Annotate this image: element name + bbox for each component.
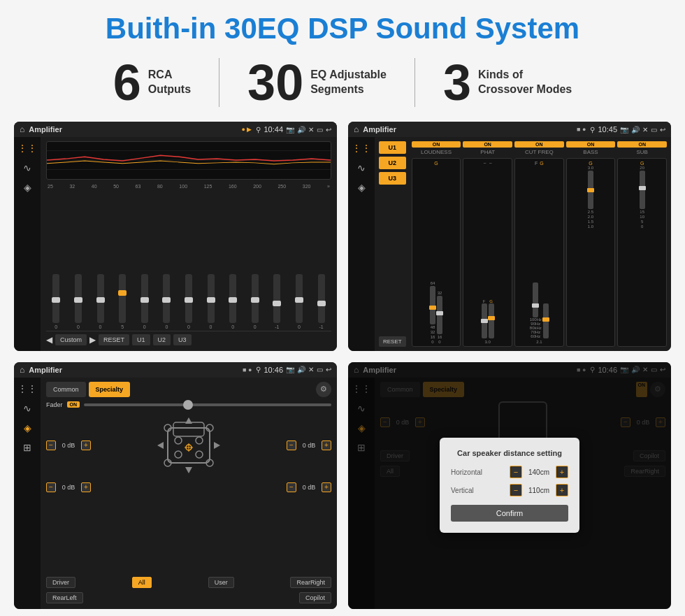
db-minus-fr[interactable]: −	[287, 440, 296, 450]
speaker-sidebar-icon-4[interactable]: ⊞	[23, 442, 31, 453]
svg-marker-19	[214, 442, 220, 449]
crossover-sidebar-icon-3[interactable]: ◈	[358, 182, 366, 193]
eq-sidebar-icon-3[interactable]: ◈	[24, 182, 31, 193]
bass-panel: G 3.0 2.5 2.0 1.5	[566, 158, 616, 346]
fader-track[interactable]	[84, 403, 331, 406]
page-wrapper: Buith-in 30EQ DSP Sound System 6 RCA Out…	[0, 0, 685, 616]
db-minus-rr[interactable]: −	[287, 482, 296, 492]
eq-custom-btn[interactable]: Custom	[55, 334, 87, 345]
cutfreq-label: CUT FREQ	[514, 149, 564, 155]
loudness-panel: G 64 48 32	[412, 158, 461, 346]
db-plus-rl[interactable]: +	[81, 482, 91, 492]
specialty-tab[interactable]: Specialty	[89, 382, 131, 397]
phat-on: ON	[463, 141, 512, 148]
speaker-screen-content: ⋮⋮ ∿ ◈ ⊞ Common Specialty ⚙ Fader ON	[14, 378, 337, 609]
stat-rca: 6 RCA Outputs	[85, 57, 219, 108]
home-icon[interactable]: ⌂	[20, 124, 24, 134]
eq-reset-btn[interactable]: RESET	[99, 334, 129, 345]
svg-point-8	[196, 451, 203, 458]
crossover-sidebar-icon-2[interactable]: ∿	[357, 162, 366, 173]
db-control-fl: − 0 dB +	[46, 440, 91, 450]
eq-time: 10:44	[264, 125, 283, 134]
volume-icon-3: 🔊	[297, 366, 305, 373]
distance-screen: ⌂ Amplifier ■ ● ⚲ 10:46 📷 🔊 ✕ ▭ ↩ ⋮⋮ ∿ ◈	[348, 362, 671, 609]
eq-prev-btn[interactable]: ◀	[46, 335, 52, 345]
speaker-sidebar-icon-2[interactable]: ∿	[23, 403, 31, 414]
stat-number-rca: 6	[113, 57, 141, 108]
common-tab[interactable]: Common	[46, 382, 86, 397]
speaker-middle-row: − 0 dB + − 0 dB +	[46, 482, 331, 492]
phat-sliders: F G	[482, 166, 494, 338]
settings-icon-btn[interactable]: ⚙	[316, 382, 331, 397]
confirm-button[interactable]: Confirm	[451, 505, 568, 522]
eq-slider-5: 0	[141, 274, 148, 329]
eq-u2-btn[interactable]: U2	[153, 334, 171, 345]
eq-bottom-bar: ◀ Custom ▶ RESET U1 U2 U3	[46, 331, 331, 347]
u3-button[interactable]: U3	[379, 172, 406, 185]
copilot-btn[interactable]: Copilot	[299, 592, 331, 603]
eq-sidebar-icon-2[interactable]: ∿	[23, 162, 31, 173]
u1-button[interactable]: U1	[379, 141, 406, 154]
eq-slider-1: 0	[52, 274, 59, 329]
eq-sidebar: ⋮⋮ ∿ ◈	[14, 137, 41, 350]
distance-dialog: Car speaker distance setting Horizontal …	[440, 438, 579, 533]
db-value-rr: 0 dB	[298, 484, 319, 491]
cutfreq-panel: F G 100Hz	[514, 158, 564, 346]
db-minus-rl[interactable]: −	[46, 482, 56, 492]
db-value-rl: 0 dB	[58, 484, 79, 491]
panel-loudness: ON LOUDNESS	[412, 141, 461, 155]
crossover-sidebar-icon-1[interactable]: ⋮⋮	[352, 143, 371, 154]
horizontal-value: 140cm	[525, 468, 553, 476]
vertical-minus-btn[interactable]: −	[510, 484, 522, 496]
eq-slider-6: 0	[163, 274, 170, 329]
fader-label: Fader	[46, 401, 63, 408]
all-btn[interactable]: All	[132, 577, 152, 588]
u2-button[interactable]: U2	[379, 157, 406, 169]
location-icon: ⚲	[256, 126, 261, 134]
u-buttons: U1 U2 U3 RESET	[379, 141, 406, 346]
eq-u1-btn[interactable]: U1	[132, 334, 150, 345]
db-plus-rr[interactable]: +	[322, 482, 331, 492]
stat-crossover: 3 Kinds of Crossover Modes	[415, 57, 600, 108]
location-icon-2: ⚲	[590, 126, 595, 134]
stat-label-crossover: Kinds of Crossover Modes	[478, 68, 572, 97]
close-icon: ✕	[308, 126, 314, 134]
fader-row: Fader ON	[46, 401, 331, 408]
eq-screen: ⌂ Amplifier ● ▶ ⚲ 10:44 📷 🔊 ✕ ▭ ↩ ⋮⋮ ∿ ◈	[14, 122, 337, 350]
crossover-screen: ⌂ Amplifier ■ ● ⚲ 10:45 📷 🔊 ✕ ▭ ↩ ⋮⋮ ∿ ◈	[348, 122, 671, 350]
db-minus-fl[interactable]: −	[46, 440, 56, 450]
driver-btn[interactable]: Driver	[46, 577, 75, 588]
horizontal-plus-btn[interactable]: +	[556, 466, 568, 478]
fader-handle[interactable]	[183, 400, 193, 410]
eq-play-btn[interactable]: ▶	[89, 335, 96, 345]
svg-point-6	[196, 437, 203, 444]
speaker-sidebar: ⋮⋮ ∿ ◈ ⊞	[14, 378, 41, 609]
db-control-fr: − 0 dB +	[287, 440, 331, 450]
horizontal-row: Horizontal − 140cm +	[451, 466, 568, 478]
sub-panel: G 20 15 10 5 0	[617, 158, 667, 346]
rearleft-btn[interactable]: RearLeft	[46, 592, 83, 603]
speaker-sidebar-icon-3[interactable]: ◈	[24, 422, 31, 434]
home-icon-3[interactable]: ⌂	[20, 365, 24, 375]
eq-u3-btn[interactable]: U3	[173, 334, 192, 345]
db-plus-fl[interactable]: +	[81, 440, 91, 450]
speaker-sidebar-icon-1[interactable]: ⋮⋮	[17, 383, 37, 394]
fader-on-badge: ON	[67, 401, 80, 408]
crossover-reset-btn[interactable]: RESET	[379, 336, 406, 347]
rearright-btn[interactable]: RearRight	[290, 577, 331, 588]
vertical-control: − 110cm +	[510, 484, 568, 496]
db-plus-fr[interactable]: +	[322, 440, 331, 450]
crossover-dots: ■ ●	[577, 126, 586, 133]
vertical-plus-btn[interactable]: +	[556, 484, 568, 496]
user-btn[interactable]: User	[208, 577, 234, 588]
panel-phat: ON PHAT	[463, 141, 512, 155]
horizontal-minus-btn[interactable]: −	[510, 466, 522, 478]
camera-icon-2: 📷	[620, 126, 628, 134]
eq-sidebar-icon-1[interactable]: ⋮⋮	[17, 143, 37, 154]
eq-status-bar: ⌂ Amplifier ● ▶ ⚲ 10:44 📷 🔊 ✕ ▭ ↩	[14, 122, 337, 137]
close-icon-3: ✕	[308, 366, 314, 373]
home-icon-2[interactable]: ⌂	[354, 124, 359, 134]
main-title: Buith-in 30EQ DSP Sound System	[106, 13, 579, 45]
crossover-status-icons: ⚲ 10:45 📷 🔊 ✕ ▭ ↩	[590, 125, 665, 134]
back-icon: ↩	[326, 126, 331, 134]
